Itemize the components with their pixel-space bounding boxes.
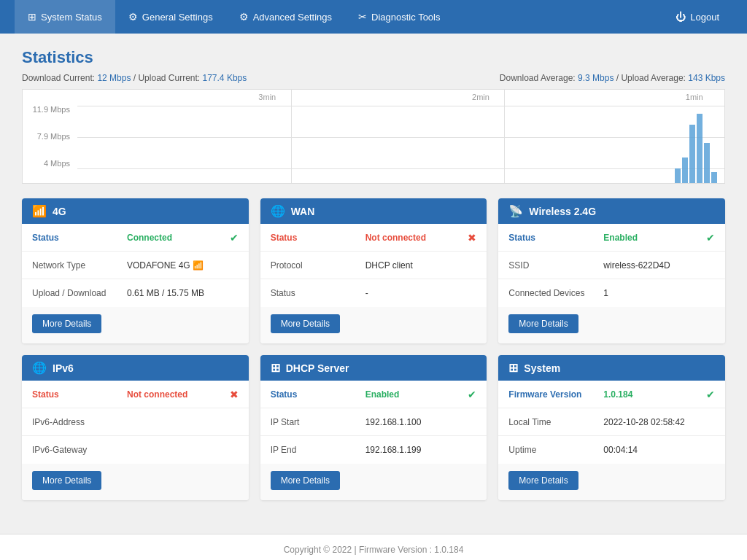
- chart-vline-2: [504, 90, 505, 183]
- card-dhcp-header: ⊞ DHCP Server: [260, 355, 487, 381]
- chart-bars: [675, 114, 717, 183]
- card-system-footer: More Details: [498, 464, 725, 500]
- card-system: ⊞ System Firmware Version 1.0.184 ✔ Loca…: [498, 355, 725, 500]
- chart-vline-1: [291, 90, 292, 183]
- card-wan-header: 🌐 WAN: [260, 198, 487, 224]
- upload-current-label: / Upload Current:: [133, 73, 200, 83]
- 4g-more-details-button[interactable]: More Details: [32, 314, 101, 333]
- cards-row-2: 🌐 IPv6 Status Not connected ✖ IPv6-Addre…: [22, 355, 725, 500]
- card-wireless-header: 📡 Wireless 2.4G: [498, 198, 725, 224]
- statistics-title: Statistics: [22, 48, 725, 67]
- system-uptime-row: Uptime 00:04:14: [498, 436, 725, 464]
- nav-diagnostic-tools[interactable]: ✂ Diagnostic Tools: [345, 0, 453, 34]
- wireless-status-row: Status Enabled ✔: [498, 224, 725, 252]
- ipv6-status-row: Status Not connected ✖: [22, 381, 249, 408]
- card-wireless-body: Status Enabled ✔ SSID wireless-622D4D Co…: [498, 224, 725, 307]
- chart-label-top: 11.9 Mbps: [26, 105, 74, 114]
- chart-y-labels: 11.9 Mbps 7.9 Mbps 4 Mbps: [23, 90, 77, 183]
- card-dhcp-footer: More Details: [260, 464, 487, 500]
- x-icon-ipv6: ✖: [230, 389, 239, 400]
- check-icon-wireless: ✔: [706, 232, 715, 244]
- page-footer: Copyright © 2022 | Firmware Version : 1.…: [0, 534, 747, 560]
- card-4g-footer: More Details: [22, 307, 249, 343]
- time-label-1min: 1min: [686, 93, 703, 101]
- dhcp-ip-end-row: IP End 192.168.1.199: [260, 436, 487, 464]
- 4g-status-row: Status Connected ✔: [22, 224, 249, 252]
- dhcp-more-details-button[interactable]: More Details: [271, 471, 340, 490]
- ipv6-more-details-button[interactable]: More Details: [32, 471, 101, 490]
- dhcp-ip-start-row: IP Start 192.168.1.100: [260, 408, 487, 436]
- navbar: ⊞ System Status ⚙ General Settings ⚙ Adv…: [0, 0, 747, 34]
- bar-5: [704, 143, 710, 183]
- card-wan: 🌐 WAN Status Not connected ✖ Protocol DH…: [260, 198, 487, 343]
- card-wan-body: Status Not connected ✖ Protocol DHCP cli…: [260, 224, 487, 307]
- system-local-time-row: Local Time 2022-10-28 02:58:42: [498, 408, 725, 436]
- stats-info-bar: Download Current: 12 Mbps / Upload Curre…: [22, 73, 725, 83]
- statistics-section: Statistics Download Current: 12 Mbps / U…: [22, 48, 725, 184]
- wireless-ssid-row: SSID wireless-622D4D: [498, 252, 725, 279]
- download-avg-label: Download Average:: [500, 73, 576, 83]
- wan-more-details-button[interactable]: More Details: [271, 314, 340, 333]
- wireless-more-details-button[interactable]: More Details: [508, 314, 578, 333]
- card-ipv6-footer: More Details: [22, 464, 249, 500]
- gear-icon: ⚙: [128, 11, 138, 23]
- ipv6-address-row: IPv6-Address: [22, 408, 249, 436]
- system-more-details-button[interactable]: More Details: [508, 471, 578, 490]
- bar-3: [689, 125, 695, 183]
- 4g-network-type-row: Network Type VODAFONE 4G 📶: [22, 252, 249, 279]
- download-current-val: 12 Mbps: [97, 73, 131, 83]
- chart-label-low: 4 Mbps: [26, 159, 74, 168]
- system-firmware-row: Firmware Version 1.0.184 ✔: [498, 381, 725, 408]
- nav-advanced-settings[interactable]: ⚙ Advanced Settings: [226, 0, 345, 34]
- card-dhcp-body: Status Enabled ✔ IP Start 192.168.1.100 …: [260, 381, 487, 464]
- nav-system-status[interactable]: ⊞ System Status: [15, 0, 115, 34]
- system-icon: ⊞: [508, 361, 518, 375]
- nav-general-settings[interactable]: ⚙ General Settings: [115, 0, 226, 34]
- card-ipv6: 🌐 IPv6 Status Not connected ✖ IPv6-Addre…: [22, 355, 249, 500]
- tools-icon: ✂: [358, 11, 367, 23]
- ipv6-gateway-row: IPv6-Gateway: [22, 436, 249, 464]
- wan-icon: 🌐: [271, 204, 285, 218]
- wan-protocol-row: Protocol DHCP client: [260, 252, 487, 279]
- card-system-header: ⊞ System: [498, 355, 725, 381]
- wireless-devices-row: Connected Devices 1: [498, 279, 725, 307]
- time-label-2min: 2min: [472, 93, 489, 101]
- dhcp-icon: ⊞: [271, 361, 280, 375]
- signal-icon: 📶: [32, 204, 47, 218]
- advanced-gear-icon: ⚙: [239, 11, 249, 23]
- card-4g-body: Status Connected ✔ Network Type VODAFONE…: [22, 224, 249, 307]
- stats-avg: Download Average: 9.3 Mbps / Upload Aver…: [500, 73, 725, 83]
- card-4g: 📶 4G Status Connected ✔ Network Type VOD…: [22, 198, 249, 343]
- card-4g-header: 📶 4G: [22, 198, 249, 224]
- nav-logout[interactable]: ⏻ Logout: [662, 0, 732, 34]
- x-icon-wan: ✖: [468, 232, 476, 244]
- upload-avg-val: 143 Kbps: [688, 73, 725, 83]
- chart-label-mid: 7.9 Mbps: [26, 132, 74, 141]
- bar-2: [682, 158, 688, 183]
- card-ipv6-header: 🌐 IPv6: [22, 355, 249, 381]
- bar-6: [711, 172, 717, 183]
- card-system-body: Firmware Version 1.0.184 ✔ Local Time 20…: [498, 381, 725, 464]
- monitor-icon: ⊞: [28, 11, 36, 23]
- check-icon-system: ✔: [706, 389, 715, 400]
- time-label-3min: 3min: [258, 93, 276, 101]
- card-ipv6-body: Status Not connected ✖ IPv6-Address IPv6…: [22, 381, 249, 464]
- 4g-upload-download-row: Upload / Download 0.61 MB / 15.75 MB: [22, 279, 249, 307]
- gridline-3: [77, 168, 724, 169]
- dhcp-status-row: Status Enabled ✔: [260, 381, 487, 408]
- gridline-2: [77, 137, 724, 138]
- ipv6-icon: 🌐: [32, 361, 47, 375]
- wan-status-row: Status Not connected ✖: [260, 224, 487, 252]
- wan-status2-row: Status -: [260, 279, 487, 307]
- cards-row-1: 📶 4G Status Connected ✔ Network Type VOD…: [22, 198, 725, 343]
- footer-text: Copyright © 2022 | Firmware Version : 1.…: [284, 545, 464, 555]
- download-avg-val: 9.3 Mbps: [578, 73, 614, 83]
- wifi-icon: 📡: [508, 204, 523, 218]
- download-current-label: Download Current:: [22, 73, 95, 83]
- card-wan-footer: More Details: [260, 307, 487, 343]
- bar-1: [675, 168, 681, 183]
- check-icon-4g: ✔: [230, 232, 239, 244]
- card-wireless: 📡 Wireless 2.4G Status Enabled ✔ SSID wi…: [498, 198, 725, 343]
- upload-current-val: 177.4 Kbps: [203, 73, 247, 83]
- bandwidth-chart: 11.9 Mbps 7.9 Mbps 4 Mbps 3min 2min 1min: [22, 89, 725, 184]
